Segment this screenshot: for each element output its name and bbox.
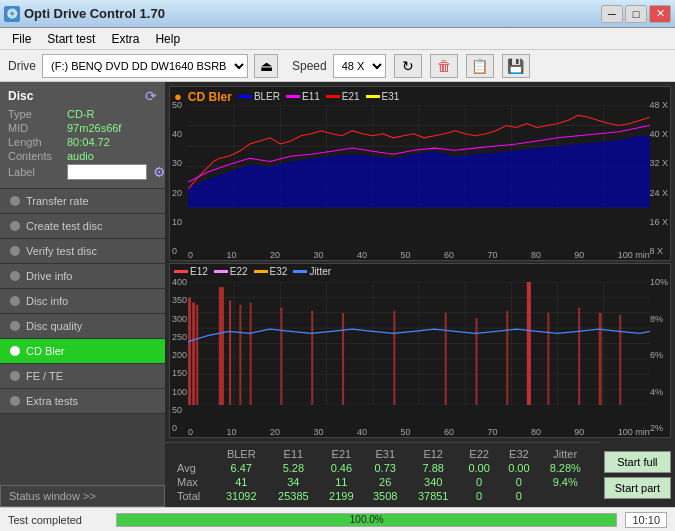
sidebar-label-transfer-rate: Transfer rate — [26, 195, 89, 207]
status-window-button[interactable]: Status window >> — [0, 485, 165, 507]
sidebar-item-fe-te[interactable]: FE / TE — [0, 364, 165, 389]
col-header-e21: E21 — [319, 447, 363, 461]
col-header-jitter: Jitter — [539, 447, 592, 461]
sidebar-item-transfer-rate[interactable]: Transfer rate — [0, 189, 165, 214]
charts-area: ● CD Bler BLER E11 E21 — [165, 82, 675, 442]
svg-rect-49 — [547, 313, 549, 405]
svg-rect-47 — [506, 311, 508, 405]
svg-rect-44 — [393, 311, 395, 405]
drive-label: Drive — [8, 59, 36, 73]
sidebar-dot — [10, 371, 20, 381]
total-e21: 2199 — [319, 489, 363, 503]
chart2-y-right: 10% 8% 6% 4% 2% — [650, 264, 668, 437]
sidebar-item-extra-tests[interactable]: Extra tests — [0, 389, 165, 414]
legend2-jitter-label: Jitter — [309, 266, 331, 277]
total-e11: 25385 — [267, 489, 319, 503]
legend-e11: E11 — [286, 91, 320, 102]
sidebar-label-verify-test-disc: Verify test disc — [26, 245, 97, 257]
erase-button[interactable]: 🗑 — [430, 54, 458, 78]
svg-rect-34 — [188, 297, 191, 405]
menubar: File Start test Extra Help — [0, 28, 675, 50]
sidebar-item-drive-info[interactable]: Drive info — [0, 264, 165, 289]
disc-type-row: Type CD-R — [8, 108, 157, 120]
drive-select[interactable]: (F:) BENQ DVD DD DW1640 BSRB — [42, 54, 248, 78]
menu-start-test[interactable]: Start test — [39, 30, 103, 48]
speed-select[interactable]: 48 X 40 X 32 X 24 X 16 X 8 X — [333, 54, 386, 78]
svg-rect-51 — [599, 313, 602, 405]
sidebar-label-create-test-disc: Create test disc — [26, 220, 102, 232]
legend2-e32-label: E32 — [270, 266, 288, 277]
disc-contents-value: audio — [67, 150, 94, 162]
col-header-e32: E32 — [499, 447, 539, 461]
close-button[interactable]: ✕ — [649, 5, 671, 23]
total-e31: 3508 — [363, 489, 407, 503]
max-e21: 11 — [319, 475, 363, 489]
svg-rect-35 — [192, 303, 195, 406]
save-button[interactable]: 💾 — [502, 54, 530, 78]
disc-mid-label: MID — [8, 122, 63, 134]
progress-bar-container: 100.0% — [116, 513, 617, 527]
avg-e21: 0.46 — [319, 461, 363, 475]
max-bler: 41 — [215, 475, 267, 489]
window-title: Opti Drive Control 1.70 — [24, 6, 165, 21]
stats-row-avg: Avg 6.47 5.28 0.46 0.73 7.88 0.00 0.00 8… — [173, 461, 592, 475]
total-e32: 0 — [499, 489, 539, 503]
eject-button[interactable]: ⏏ — [254, 54, 278, 78]
chart2-svg — [188, 282, 650, 405]
sidebar-item-cd-bler[interactable]: CD Bler — [0, 339, 165, 364]
menu-extra[interactable]: Extra — [103, 30, 147, 48]
chart2-title-area: E12 E22 E32 Jitter — [174, 266, 331, 277]
sidebar-item-disc-info[interactable]: Disc info — [0, 289, 165, 314]
sidebar-label-cd-bler: CD Bler — [26, 345, 65, 357]
svg-rect-36 — [196, 305, 198, 406]
sidebar-dot — [10, 271, 20, 281]
disc-label-input[interactable] — [67, 164, 147, 180]
avg-e22: 0.00 — [459, 461, 499, 475]
svg-rect-48 — [527, 282, 531, 405]
stats-area: BLER E11 E21 E31 E12 E22 E32 Jitter Avg — [165, 442, 600, 507]
total-jitter — [539, 489, 592, 503]
sidebar-item-verify-test-disc[interactable]: Verify test disc — [0, 239, 165, 264]
chart1-container: ● CD Bler BLER E11 E21 — [169, 86, 671, 261]
chart1-y-right: 48 X 40 X 32 X 24 X 16 X 8 X — [649, 87, 668, 260]
drivebar: Drive (F:) BENQ DVD DD DW1640 BSRB ⏏ Spe… — [0, 50, 675, 82]
legend-bler-label: BLER — [254, 91, 280, 102]
sidebar-dot-active — [10, 346, 20, 356]
disc-refresh-icon[interactable]: ⟳ — [145, 88, 157, 104]
total-bler: 31092 — [215, 489, 267, 503]
copy-button[interactable]: 📋 — [466, 54, 494, 78]
disc-type-label: Type — [8, 108, 63, 120]
minimize-button[interactable]: ─ — [601, 5, 623, 23]
maximize-button[interactable]: □ — [625, 5, 647, 23]
sidebar-label-fe-te: FE / TE — [26, 370, 63, 382]
content-area: ● CD Bler BLER E11 E21 — [165, 82, 675, 507]
refresh-button[interactable]: ↻ — [394, 54, 422, 78]
svg-rect-50 — [578, 308, 580, 406]
avg-jitter: 8.28% — [539, 461, 592, 475]
menu-file[interactable]: File — [4, 30, 39, 48]
window-controls: ─ □ ✕ — [601, 5, 671, 23]
svg-rect-41 — [280, 308, 282, 406]
col-header-empty — [173, 447, 215, 461]
legend-e21-label: E21 — [342, 91, 360, 102]
col-header-e31: E31 — [363, 447, 407, 461]
speed-label: Speed — [292, 59, 327, 73]
sidebar-item-disc-quality[interactable]: Disc quality — [0, 314, 165, 339]
stats-row-max: Max 41 34 11 26 340 0 0 9.4% — [173, 475, 592, 489]
max-e32: 0 — [499, 475, 539, 489]
disc-title: Disc — [8, 89, 33, 103]
legend-bler: BLER — [238, 91, 280, 102]
menu-help[interactable]: Help — [147, 30, 188, 48]
svg-rect-42 — [311, 311, 313, 405]
sidebar-item-create-test-disc[interactable]: Create test disc — [0, 214, 165, 239]
titlebar: 💿 Opti Drive Control 1.70 ─ □ ✕ — [0, 0, 675, 28]
disc-header: Disc ⟳ — [8, 88, 157, 104]
time-display: 10:10 — [625, 512, 667, 528]
start-part-button[interactable]: Start part — [604, 477, 671, 499]
col-header-bler: BLER — [215, 447, 267, 461]
max-e11: 34 — [267, 475, 319, 489]
start-full-button[interactable]: Start full — [604, 451, 671, 473]
avg-e12: 7.88 — [407, 461, 459, 475]
svg-rect-39 — [239, 305, 241, 406]
stats-table: BLER E11 E21 E31 E12 E22 E32 Jitter Avg — [173, 447, 592, 503]
